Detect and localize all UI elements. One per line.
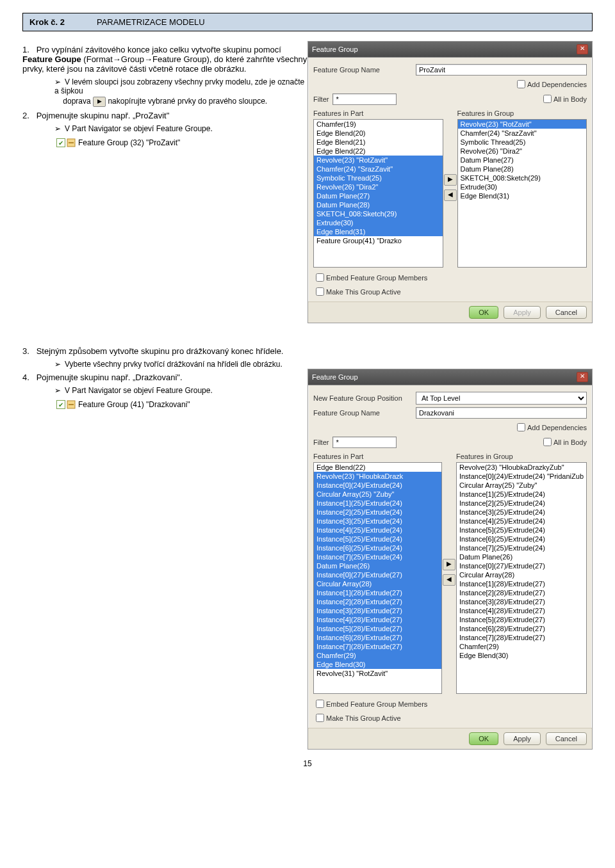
group-name-input[interactable] bbox=[416, 407, 587, 419]
list-item[interactable]: Instance[2](25)/Extrude(24) bbox=[457, 499, 586, 508]
list-item[interactable]: Instance[0](27)/Extrude(27) bbox=[314, 570, 441, 579]
list-item[interactable]: Symbolic Thread(25) bbox=[314, 173, 443, 182]
list-item[interactable]: Instance[7](28)/Extrude(27) bbox=[314, 642, 441, 651]
list-item[interactable]: Revolve(31) "RotZavit" bbox=[314, 669, 441, 678]
move-right-button[interactable]: ▶ bbox=[444, 174, 457, 186]
close-icon[interactable]: ✕ bbox=[577, 372, 588, 382]
apply-button[interactable]: Apply bbox=[504, 732, 541, 745]
list-item[interactable]: Revolve(23) "RotZavit" bbox=[314, 156, 443, 165]
list-item[interactable]: Instance[4](25)/Extrude(24) bbox=[457, 517, 586, 526]
filter-input[interactable] bbox=[332, 93, 397, 105]
list-item[interactable]: Instance[0](24)/Extrude(24) bbox=[314, 481, 441, 490]
list-item[interactable]: Instance[1](25)/Extrude(24) bbox=[457, 490, 586, 499]
ok-button[interactable]: OK bbox=[469, 306, 498, 319]
list-item[interactable]: Instance[3](28)/Extrude(27) bbox=[457, 597, 586, 606]
list-item[interactable]: Instance[7](25)/Extrude(24) bbox=[457, 543, 586, 552]
all-in-body-checkbox[interactable]: All in Body bbox=[541, 93, 587, 105]
list-item[interactable]: Instance[1](28)/Extrude(27) bbox=[457, 579, 586, 588]
list-item[interactable]: Instance[6](25)/Extrude(24) bbox=[457, 534, 586, 543]
list-item[interactable]: Instance[5](25)/Extrude(24) bbox=[314, 534, 441, 543]
list-item[interactable]: Datum Plane(26) bbox=[314, 561, 441, 570]
list-item[interactable]: Datum Plane(28) bbox=[314, 200, 443, 209]
list-item[interactable]: Circular Array(28) bbox=[314, 579, 441, 588]
list-item[interactable]: Edge Blend(22) bbox=[314, 147, 443, 156]
embed-members-checkbox[interactable]: Embed Feature Group Members bbox=[313, 698, 587, 710]
apply-button[interactable]: Apply bbox=[504, 306, 541, 319]
list-item[interactable]: Symbolic Thread(25) bbox=[458, 138, 587, 147]
make-active-checkbox[interactable]: Make This Group Active bbox=[313, 712, 587, 724]
list-item[interactable]: Datum Plane(27) bbox=[458, 156, 587, 165]
list-item[interactable]: Edge Blend(20) bbox=[314, 129, 443, 138]
features-in-group-listbox[interactable]: Revolve(23) "HloubkaDrazkyZub"Instance[0… bbox=[456, 462, 587, 694]
list-item[interactable]: Revolve(23) "HloubkaDrazk bbox=[314, 472, 441, 481]
list-item[interactable]: Extrude(30) bbox=[458, 182, 587, 191]
list-item[interactable]: Instance[3](28)/Extrude(27) bbox=[314, 606, 441, 615]
list-item[interactable]: Instance[6](28)/Extrude(27) bbox=[457, 624, 586, 633]
all-in-body-checkbox[interactable]: All in Body bbox=[541, 436, 587, 448]
features-in-part-listbox[interactable]: Edge Blend(22)Revolve(23) "HloubkaDrazkI… bbox=[313, 462, 442, 694]
list-item[interactable]: Instance[5](28)/Extrude(27) bbox=[314, 624, 441, 633]
list-item[interactable]: Instance[1](28)/Extrude(27) bbox=[314, 588, 441, 597]
list-item[interactable]: Chamfer(29) bbox=[457, 642, 586, 651]
list-item[interactable]: Instance[0](24)/Extrude(24) "PridaniZub bbox=[457, 472, 586, 481]
list-item[interactable]: Instance[7](25)/Extrude(24) bbox=[314, 552, 441, 561]
list-item[interactable]: Chamfer(29) bbox=[314, 651, 441, 660]
list-item[interactable]: Instance[5](28)/Extrude(27) bbox=[457, 615, 586, 624]
add-dependencies-checkbox[interactable]: Add Dependencies bbox=[514, 78, 587, 90]
list-item[interactable]: Instance[0](27)/Extrude(27) bbox=[457, 561, 586, 570]
list-item[interactable]: Datum Plane(28) bbox=[458, 165, 587, 173]
add-dependencies-checkbox[interactable]: Add Dependencies bbox=[514, 421, 587, 433]
list-item[interactable]: Instance[2](28)/Extrude(27) bbox=[457, 588, 586, 597]
make-active-checkbox[interactable]: Make This Group Active bbox=[313, 285, 587, 298]
filter-input[interactable] bbox=[332, 437, 397, 448]
list-item[interactable]: Chamfer(24) "SrazZavit" bbox=[314, 165, 443, 173]
list-item[interactable]: Circular Array(25) "Zuby" bbox=[457, 481, 586, 490]
move-right-button[interactable]: ▶ bbox=[443, 559, 455, 570]
cancel-button[interactable]: Cancel bbox=[546, 306, 587, 319]
move-left-button[interactable]: ◀ bbox=[443, 574, 455, 586]
list-item[interactable]: Revolve(26) "Dira2" bbox=[458, 147, 587, 156]
list-item[interactable]: SKETCH_008:Sketch(29) bbox=[314, 209, 443, 218]
scrollbar[interactable]: ◄► bbox=[314, 267, 443, 268]
list-item[interactable]: SKETCH_008:Sketch(29) bbox=[458, 173, 587, 182]
list-item[interactable]: Chamfer(24) "SrazZavit" bbox=[458, 129, 587, 138]
list-item[interactable]: Instance[6](28)/Extrude(27) bbox=[314, 633, 441, 642]
list-item[interactable]: Instance[4](25)/Extrude(24) bbox=[314, 526, 441, 534]
list-item[interactable]: Revolve(23) "RotZavit" bbox=[458, 120, 587, 129]
scrollbar[interactable]: ◄► bbox=[314, 693, 441, 694]
list-item[interactable]: Edge Blend(31) bbox=[458, 191, 587, 200]
list-item[interactable]: Revolve(26) "Dira2" bbox=[314, 182, 443, 191]
list-item[interactable]: Instance[7](28)/Extrude(27) bbox=[457, 633, 586, 642]
close-icon[interactable]: ✕ bbox=[577, 44, 588, 54]
scrollbar[interactable]: ◄► bbox=[457, 693, 586, 694]
list-item[interactable]: Instance[2](28)/Extrude(27) bbox=[314, 597, 441, 606]
list-item[interactable]: Instance[6](25)/Extrude(24) bbox=[314, 543, 441, 552]
move-left-button[interactable]: ◀ bbox=[444, 189, 457, 201]
list-item[interactable]: Instance[3](25)/Extrude(24) bbox=[457, 508, 586, 517]
list-item[interactable]: Feature Group(41) "Drazko bbox=[314, 236, 443, 245]
list-item[interactable]: Datum Plane(26) bbox=[457, 552, 586, 561]
list-item[interactable]: Chamfer(19) bbox=[314, 120, 443, 129]
list-item[interactable]: Edge Blend(21) bbox=[314, 138, 443, 147]
embed-members-checkbox[interactable]: Embed Feature Group Members bbox=[313, 271, 587, 284]
list-item[interactable]: Edge Blend(30) bbox=[314, 660, 441, 669]
list-item[interactable]: Instance[5](25)/Extrude(24) bbox=[457, 526, 586, 534]
list-item[interactable]: Extrude(30) bbox=[314, 218, 443, 227]
list-item[interactable]: Revolve(23) "HloubkaDrazkyZub" bbox=[457, 463, 586, 472]
list-item[interactable]: Instance[1](25)/Extrude(24) bbox=[314, 499, 441, 508]
list-item[interactable]: Circular Array(28) bbox=[457, 570, 586, 579]
features-in-part-listbox[interactable]: Chamfer(19)Edge Blend(20)Edge Blend(21)E… bbox=[313, 119, 443, 268]
features-in-group-listbox[interactable]: Revolve(23) "RotZavit"Chamfer(24) "SrazZ… bbox=[457, 119, 587, 268]
list-item[interactable]: Instance[4](28)/Extrude(27) bbox=[314, 615, 441, 624]
ok-button[interactable]: OK bbox=[469, 732, 498, 745]
list-item[interactable]: Instance[4](28)/Extrude(27) bbox=[457, 606, 586, 615]
list-item[interactable]: Datum Plane(27) bbox=[314, 191, 443, 200]
position-select[interactable]: At Top Level bbox=[416, 392, 587, 405]
list-item[interactable]: Instance[3](25)/Extrude(24) bbox=[314, 517, 441, 526]
list-item[interactable]: Instance[2](25)/Extrude(24) bbox=[314, 508, 441, 517]
list-item[interactable]: Edge Blend(31) bbox=[314, 227, 443, 236]
group-name-input[interactable] bbox=[416, 64, 587, 76]
cancel-button[interactable]: Cancel bbox=[546, 732, 587, 745]
list-item[interactable]: Edge Blend(30) bbox=[457, 651, 586, 660]
list-item[interactable]: Circular Array(25) "Zuby" bbox=[314, 490, 441, 499]
